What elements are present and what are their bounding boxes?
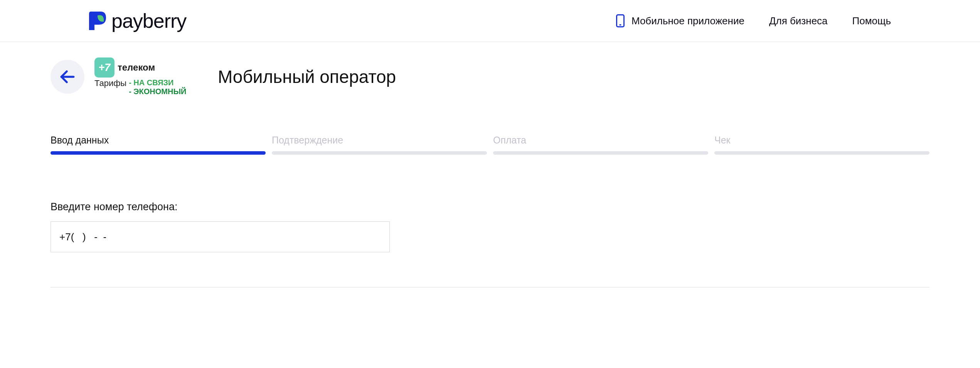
provider-name: телеком bbox=[118, 62, 155, 73]
phone-input[interactable] bbox=[51, 221, 390, 252]
provider-tariffs-label: Тарифы bbox=[94, 78, 126, 88]
step-payment: Оплата bbox=[493, 135, 708, 155]
step-payment-bar bbox=[493, 151, 708, 155]
nav-help[interactable]: Помощь bbox=[852, 15, 891, 27]
brand-logo[interactable]: payberry bbox=[89, 9, 186, 32]
step-receipt-label: Чек bbox=[714, 135, 929, 146]
nav-mobile-app-label: Мобильное приложение bbox=[631, 15, 744, 27]
step-confirm: Подтверждение bbox=[272, 135, 487, 155]
step-confirm-bar bbox=[272, 151, 487, 155]
progress-steps: Ввод данных Подтверждение Оплата Чек bbox=[51, 135, 929, 155]
step-receipt-bar bbox=[714, 151, 929, 155]
page-title: Мобильный оператор bbox=[218, 66, 396, 87]
arrow-left-icon bbox=[59, 69, 76, 85]
page-content: +7 телеком Тарифы - НА СВЯЗИ - ЭКОНОМНЫЙ… bbox=[20, 42, 960, 287]
provider-badge-icon: +7 bbox=[94, 57, 115, 78]
nav-business[interactable]: Для бизнеса bbox=[769, 15, 828, 27]
step-receipt: Чек bbox=[714, 135, 929, 155]
nav-business-label: Для бизнеса bbox=[769, 15, 828, 27]
step-input-bar bbox=[51, 151, 266, 155]
provider-tag-1: - НА СВЯЗИ bbox=[129, 78, 186, 87]
nav-mobile-app[interactable]: Мобильное приложение bbox=[616, 14, 744, 27]
payberry-logo-icon bbox=[89, 12, 106, 30]
step-payment-label: Оплата bbox=[493, 135, 708, 146]
phone-field-label: Введите номер телефона: bbox=[51, 201, 929, 213]
phone-icon bbox=[616, 14, 625, 27]
section-divider bbox=[51, 287, 929, 287]
brand-name: payberry bbox=[111, 9, 186, 32]
back-button[interactable] bbox=[51, 60, 84, 94]
phone-field: Введите номер телефона: bbox=[51, 201, 929, 252]
step-input-label: Ввод данных bbox=[51, 135, 266, 146]
step-input: Ввод данных bbox=[51, 135, 266, 155]
provider-tile: +7 телеком Тарифы - НА СВЯЗИ - ЭКОНОМНЫЙ bbox=[94, 57, 199, 96]
top-header: payberry Мобильное приложение Для бизнес… bbox=[0, 0, 980, 42]
top-nav: Мобильное приложение Для бизнеса Помощь bbox=[616, 14, 891, 27]
provider-tag-2: - ЭКОНОМНЫЙ bbox=[129, 87, 186, 96]
nav-help-label: Помощь bbox=[852, 15, 891, 27]
step-confirm-label: Подтверждение bbox=[272, 135, 487, 146]
